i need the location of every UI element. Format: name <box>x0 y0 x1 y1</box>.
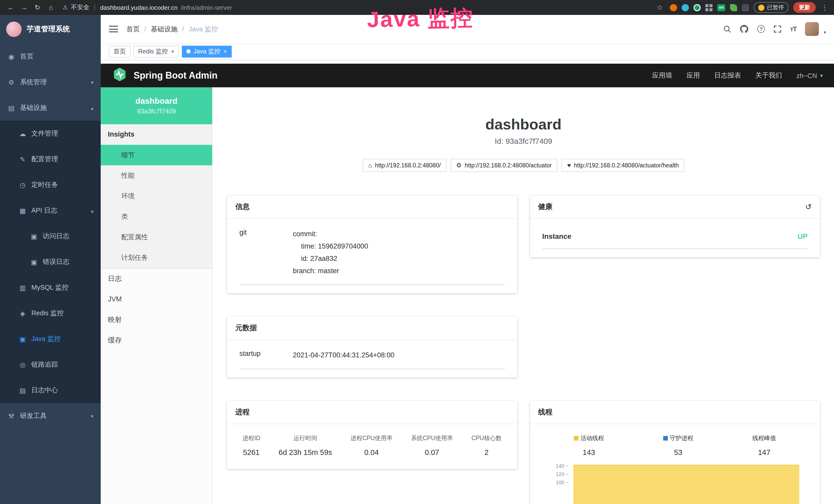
app-logo[interactable]: 芋道管理系统 <box>0 15 101 44</box>
sidebar-item-java-monitor[interactable]: ▣ Java 监控 <box>0 326 101 352</box>
breadcrumb: 首页 / 基础设施 / Java 监控 <box>126 24 218 33</box>
tab-home[interactable]: 首页 <box>109 45 130 57</box>
sba-nav-journal[interactable]: 日志报表 <box>714 71 741 80</box>
logo-avatar <box>6 22 22 37</box>
forward-button[interactable]: → <box>19 2 30 13</box>
sidebar-item-dev-tools[interactable]: ⚒ 研发工具 ▾ <box>0 403 101 429</box>
sba-menu-logs[interactable]: 日志 <box>101 269 212 289</box>
sidebar-item-infrastructure[interactable]: ▤ 基础设施 ▴ <box>0 95 101 121</box>
sba-sidebar: dashboard 93a3fc7f7409 Insights 细节 性能 环境… <box>101 87 213 504</box>
process-col-system-cpu: 系统CPU使用率 0.07 <box>411 434 453 457</box>
profile-paused-badge[interactable]: 已暂停 <box>753 2 789 13</box>
sba-menu-config-props[interactable]: 配置属性 <box>101 227 212 248</box>
health-instance-label: Instance <box>542 232 571 240</box>
extension-drop-icon[interactable] <box>682 4 689 11</box>
avatar-caret-icon[interactable]: ▾ <box>824 29 826 35</box>
sidebar-item-api-log[interactable]: ▦ API 日志 ▴ <box>0 198 101 223</box>
sidebar-item-scheduled-tasks[interactable]: ◷ 定时任务 <box>0 172 101 198</box>
actuator-url-link[interactable]: ⚙ http://192.168.0.2:48080/actuator <box>451 159 557 172</box>
active-tab-dot <box>187 49 191 53</box>
sba-insights-group: Insights 细节 性能 环境 类 配置属性 计划任务 <box>101 124 212 269</box>
chrome-update-button[interactable]: 更新 <box>793 2 816 13</box>
sidebar-item-mysql-monitor[interactable]: ▥ MySQL 监控 <box>0 275 101 300</box>
sba-menu-scheduled-tasks[interactable]: 计划任务 <box>101 248 212 268</box>
url-path: /infra/admin-server <box>180 4 232 11</box>
sidebar-item-home[interactable]: ◉ 首页 <box>0 44 101 69</box>
tab-java-monitor[interactable]: Java 监控 × <box>182 45 232 57</box>
tags-view: 首页 Redis 监控 × Java 监控 × <box>101 43 834 60</box>
extensions-puzzle-icon[interactable] <box>742 4 749 11</box>
browser-menu-icon[interactable]: ⋮ <box>820 4 829 11</box>
back-button[interactable]: ← <box>5 2 17 13</box>
sba-brand-title[interactable]: Spring Boot Admin <box>134 70 218 81</box>
legend-swatch-live <box>574 436 578 441</box>
sidebar-item-error-log[interactable]: ▣ 错误日志 <box>0 249 101 275</box>
extension-leaf-icon[interactable] <box>730 4 737 11</box>
sidebar-item-system-management[interactable]: ⚙ 系统管理 ▾ <box>0 69 101 95</box>
process-col-cores: CPU核心数 2 <box>471 434 502 457</box>
app-header: 首页 / 基础设施 / Java 监控 ? <box>101 15 834 43</box>
security-label: 不安全 <box>71 3 89 12</box>
y-axis-tick: 140 <box>544 463 568 469</box>
close-icon[interactable]: × <box>223 48 227 54</box>
sba-nav-about[interactable]: 关于我们 <box>755 71 782 80</box>
font-size-icon[interactable]: тT <box>790 25 796 33</box>
sba-menu-classes[interactable]: 类 <box>101 206 212 227</box>
service-url-link[interactable]: ⌂ http://192.168.0.2:48080/ <box>363 159 446 172</box>
metadata-value-startup: 2021-04-27T00:44:31.254+08:00 <box>293 349 505 362</box>
address-bar[interactable]: ⚠ 不安全 dashboard.yudao.iocoder.cn/infra/a… <box>63 3 652 12</box>
gear-icon: ⚙ <box>7 78 16 86</box>
sba-nav-wallboard[interactable]: 应用墙 <box>652 71 672 80</box>
bookmark-star-icon[interactable]: ☆ <box>654 2 665 13</box>
sba-nav-applications[interactable]: 应用 <box>686 71 700 80</box>
hamburger-icon[interactable] <box>109 26 118 32</box>
github-icon[interactable] <box>740 25 748 33</box>
info-card: 信息 git commit: time: 1596289704000 id: 2… <box>227 196 517 293</box>
fullscreen-icon[interactable] <box>774 25 781 33</box>
wrench-icon: ⚙ <box>456 162 462 169</box>
close-icon[interactable]: × <box>171 48 174 54</box>
sidebar-item-log-center[interactable]: ▤ 日志中心 <box>0 377 101 403</box>
sba-menu-caches[interactable]: 缓存 <box>101 330 212 351</box>
sba-locale-select[interactable]: zh~CN ▾ <box>796 72 823 79</box>
breadcrumb-infrastructure[interactable]: 基础设施 <box>151 24 177 33</box>
legend-daemon-threads: 守护进程 53 <box>663 434 693 457</box>
extension-grid-icon[interactable] <box>705 4 712 11</box>
user-avatar[interactable] <box>805 22 819 36</box>
sidebar-item-config-management[interactable]: ✎ 配置管理 <box>0 146 101 172</box>
breadcrumb-home[interactable]: 首页 <box>126 24 140 33</box>
home-button[interactable]: ⌂ <box>45 2 57 13</box>
sidebar-item-redis-monitor[interactable]: ◈ Redis 监控 <box>0 300 101 326</box>
chevron-down-icon: ▾ <box>91 413 93 419</box>
sba-instance-name: dashboard <box>135 96 177 106</box>
home-icon: ⌂ <box>368 162 372 169</box>
sba-menu-metrics[interactable]: 性能 <box>101 165 212 186</box>
sba-header: Spring Boot Admin 应用墙 应用 日志报表 关于我们 zh~CN… <box>101 64 834 87</box>
legend-peak-threads: 线程峰值 147 <box>752 434 776 457</box>
extension-on-badge[interactable]: on <box>717 4 725 11</box>
sidebar-item-access-log[interactable]: ▣ 访问日志 <box>0 223 101 249</box>
profile-avatar-icon <box>758 4 764 10</box>
sidebar-item-file-management[interactable]: ☁ 文件管理 <box>0 121 101 146</box>
tab-redis-monitor[interactable]: Redis 监控 × <box>134 45 179 57</box>
sba-menu-jvm[interactable]: JVM <box>101 289 212 310</box>
reload-button[interactable]: ↻ <box>32 2 43 13</box>
divider <box>94 4 95 11</box>
extension-green-circle-icon[interactable] <box>694 4 701 11</box>
extension-orange-icon[interactable] <box>670 4 677 11</box>
sba-logo-icon[interactable] <box>112 67 127 84</box>
help-icon[interactable]: ? <box>757 25 765 33</box>
health-url-link[interactable]: ♥ http://192.168.0.2:48080/actuator/heal… <box>562 159 684 172</box>
sba-menu-environment[interactable]: 环境 <box>101 186 212 206</box>
chevron-up-icon: ▴ <box>91 105 93 111</box>
breadcrumb-separator: / <box>182 25 184 33</box>
sba-menu-mappings[interactable]: 映射 <box>101 310 212 330</box>
header-actions: ? тT ▾ <box>723 22 826 36</box>
sba-other-menu: 日志 JVM 映射 缓存 <box>101 269 212 351</box>
threads-card-title: 线程 <box>530 401 820 424</box>
history-icon[interactable]: ↺ <box>805 202 812 211</box>
search-icon[interactable] <box>723 25 731 33</box>
sba-menu-details[interactable]: 细节 <box>101 145 212 165</box>
browser-toolbar-right: ☆ on 已暂停 更新 ⋮ <box>654 2 829 13</box>
sidebar-item-trace[interactable]: ◎ 链路追踪 <box>0 352 101 377</box>
